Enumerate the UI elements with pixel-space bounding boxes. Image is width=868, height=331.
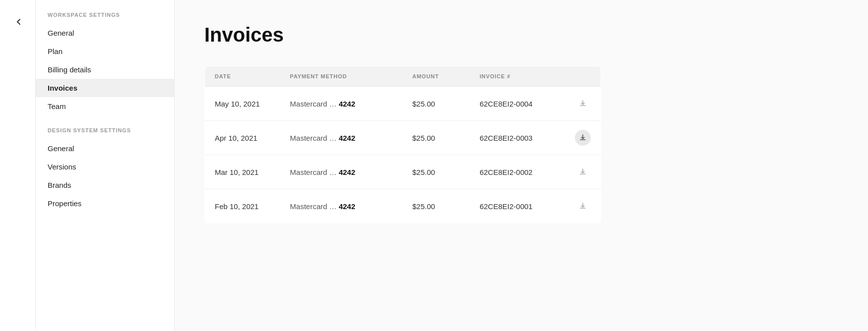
col-header-date: DATE <box>205 66 280 87</box>
sidebar-item-billing-details[interactable]: Billing details <box>36 60 174 79</box>
col-header-invoice: INVOICE # <box>470 66 565 87</box>
cell-download <box>565 121 601 155</box>
cell-payment: Mastercard … 4242 <box>280 87 403 121</box>
back-column <box>0 0 36 331</box>
cell-date: May 10, 2021 <box>205 87 280 121</box>
sidebar-item-general-ds[interactable]: General <box>36 139 174 158</box>
table-row: May 10, 2021Mastercard … 4242$25.0062CE8… <box>205 87 601 121</box>
download-icon <box>579 202 587 210</box>
sidebar-item-versions[interactable]: Versions <box>36 158 174 176</box>
sidebar: WORKSPACE SETTINGS General Plan Billing … <box>36 0 175 331</box>
cell-amount: $25.00 <box>402 87 470 121</box>
cell-payment: Mastercard … 4242 <box>280 121 403 155</box>
invoices-table: DATE PAYMENT METHOD AMOUNT INVOICE # May… <box>204 66 601 223</box>
cell-invoice-num: 62CE8EI2-0004 <box>470 87 565 121</box>
cell-amount: $25.00 <box>402 121 470 155</box>
download-invoice-button[interactable] <box>575 198 591 214</box>
download-invoice-button[interactable] <box>575 130 591 146</box>
cell-date: Feb 10, 2021 <box>205 189 280 223</box>
cell-download <box>565 155 601 189</box>
table-body: May 10, 2021Mastercard … 4242$25.0062CE8… <box>205 87 601 223</box>
cell-invoice-num: 62CE8EI2-0003 <box>470 121 565 155</box>
download-invoice-button[interactable] <box>575 164 591 180</box>
workspace-settings-title: WORKSPACE SETTINGS <box>36 12 174 24</box>
col-header-amount: AMOUNT <box>402 66 470 87</box>
cell-download <box>565 87 601 121</box>
cell-download <box>565 189 601 223</box>
main-content: Invoices DATE PAYMENT METHOD AMOUNT INVO… <box>175 0 868 331</box>
cell-payment: Mastercard … 4242 <box>280 189 403 223</box>
sidebar-item-invoices[interactable]: Invoices <box>36 79 174 97</box>
cell-payment: Mastercard … 4242 <box>280 155 403 189</box>
cell-amount: $25.00 <box>402 155 470 189</box>
download-icon <box>579 134 587 142</box>
sidebar-item-properties[interactable]: Properties <box>36 194 174 213</box>
table-row: Feb 10, 2021Mastercard … 4242$25.0062CE8… <box>205 189 601 223</box>
col-header-download <box>565 66 601 87</box>
sidebar-item-brands[interactable]: Brands <box>36 176 174 194</box>
page-title: Invoices <box>204 24 838 46</box>
table-row: Mar 10, 2021Mastercard … 4242$25.0062CE8… <box>205 155 601 189</box>
cell-invoice-num: 62CE8EI2-0002 <box>470 155 565 189</box>
cell-invoice-num: 62CE8EI2-0001 <box>470 189 565 223</box>
back-button[interactable] <box>11 14 27 30</box>
col-header-payment: PAYMENT METHOD <box>280 66 403 87</box>
download-icon <box>579 168 587 176</box>
download-icon <box>579 100 587 108</box>
cell-date: Apr 10, 2021 <box>205 121 280 155</box>
cell-amount: $25.00 <box>402 189 470 223</box>
table-row: Apr 10, 2021Mastercard … 4242$25.0062CE8… <box>205 121 601 155</box>
table-header: DATE PAYMENT METHOD AMOUNT INVOICE # <box>205 66 601 87</box>
sidebar-item-plan[interactable]: Plan <box>36 42 174 60</box>
sidebar-item-general-workspace[interactable]: General <box>36 24 174 42</box>
design-system-settings-title: DESIGN SYSTEM SETTINGS <box>36 127 174 139</box>
download-invoice-button[interactable] <box>575 96 591 111</box>
cell-date: Mar 10, 2021 <box>205 155 280 189</box>
sidebar-item-team[interactable]: Team <box>36 97 174 115</box>
